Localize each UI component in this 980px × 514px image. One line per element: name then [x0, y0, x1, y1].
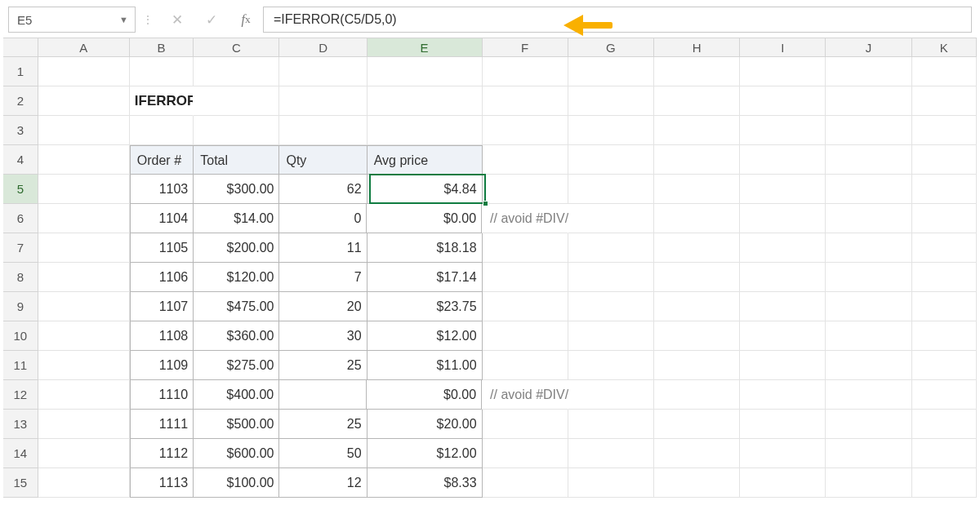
cell-D9[interactable]: 20	[279, 292, 367, 321]
cell-C2[interactable]	[194, 86, 279, 116]
cell-H2[interactable]	[654, 86, 740, 116]
row-header-6[interactable]: 6	[3, 204, 38, 233]
cell-B1[interactable]	[130, 57, 194, 86]
col-header-F[interactable]: F	[483, 38, 568, 56]
col-header-G[interactable]: G	[568, 38, 654, 56]
cell-F6[interactable]: // avoid #DIV/0!	[482, 204, 568, 233]
row-header-1[interactable]: 1	[3, 57, 38, 86]
cell-H7[interactable]	[654, 233, 740, 263]
row-header-7[interactable]: 7	[3, 233, 38, 263]
cell-J9[interactable]	[826, 292, 911, 321]
cell-F14[interactable]	[483, 439, 568, 468]
cell-E15[interactable]: $8.33	[368, 468, 483, 498]
cell-C15[interactable]: $100.00	[194, 468, 279, 498]
cell-I15[interactable]	[740, 468, 826, 498]
cell-H1[interactable]	[654, 57, 740, 86]
cell-E14[interactable]: $12.00	[368, 439, 483, 468]
cell-A2[interactable]	[38, 86, 130, 116]
enter-icon[interactable]: ✓	[194, 7, 229, 33]
cell-G1[interactable]	[568, 57, 654, 86]
cancel-icon[interactable]: ✕	[160, 7, 194, 33]
col-header-E[interactable]: E	[368, 38, 483, 56]
spreadsheet-grid[interactable]: A B C D E F G H I J K 12IFERROR function…	[3, 38, 977, 498]
cell-H10[interactable]	[654, 321, 740, 351]
cell-J14[interactable]	[826, 439, 911, 468]
cell-D1[interactable]	[279, 57, 367, 86]
cell-J7[interactable]	[826, 233, 911, 263]
cell-G2[interactable]	[568, 86, 654, 116]
cell-J11[interactable]	[826, 351, 911, 380]
cell-J8[interactable]	[826, 263, 911, 292]
cell-F10[interactable]	[483, 321, 568, 351]
cell-A12[interactable]	[38, 380, 130, 410]
cell-G8[interactable]	[568, 263, 654, 292]
cell-K3[interactable]	[912, 116, 977, 145]
cell-A7[interactable]	[38, 233, 130, 263]
cell-G6[interactable]	[568, 204, 654, 233]
cell-F15[interactable]	[483, 468, 568, 498]
cell-E12[interactable]: $0.00	[367, 380, 482, 410]
cell-D12[interactable]	[279, 380, 367, 410]
cell-I1[interactable]	[740, 57, 826, 86]
cell-A1[interactable]	[38, 57, 130, 86]
cell-C11[interactable]: $275.00	[194, 351, 279, 380]
cell-F12[interactable]: // avoid #DIV/0!	[482, 380, 568, 410]
cell-H3[interactable]	[654, 116, 740, 145]
cell-A14[interactable]	[38, 439, 130, 468]
cell-I2[interactable]	[740, 86, 826, 116]
cell-C5[interactable]: $300.00	[194, 175, 279, 204]
cell-C3[interactable]	[194, 116, 279, 145]
cell-A4[interactable]	[38, 145, 130, 175]
cell-K13[interactable]	[912, 410, 977, 439]
cell-K6[interactable]	[912, 204, 977, 233]
col-header-K[interactable]: K	[912, 38, 977, 56]
cell-D14[interactable]: 50	[279, 439, 367, 468]
cell-B13[interactable]: 1111	[130, 410, 194, 439]
name-box[interactable]: E5 ▼	[8, 7, 136, 33]
cell-A10[interactable]	[38, 321, 130, 351]
cell-G9[interactable]	[568, 292, 654, 321]
cell-C4[interactable]: Total	[194, 145, 279, 175]
cell-H14[interactable]	[654, 439, 740, 468]
cell-I14[interactable]	[740, 439, 826, 468]
cell-A9[interactable]	[38, 292, 130, 321]
cell-F7[interactable]	[483, 233, 568, 263]
cell-I8[interactable]	[740, 263, 826, 292]
cell-I6[interactable]	[740, 204, 826, 233]
cell-B11[interactable]: 1109	[130, 351, 194, 380]
cell-J12[interactable]	[826, 380, 911, 410]
cell-H4[interactable]	[654, 145, 740, 175]
cell-B10[interactable]: 1108	[130, 321, 194, 351]
col-header-D[interactable]: D	[279, 38, 367, 56]
row-header-15[interactable]: 15	[3, 468, 38, 498]
cell-F4[interactable]	[483, 145, 568, 175]
cell-I3[interactable]	[740, 116, 826, 145]
row-header-5[interactable]: 5	[3, 175, 38, 204]
row-header-2[interactable]: 2	[3, 86, 38, 116]
cell-F9[interactable]	[483, 292, 568, 321]
cell-K9[interactable]	[912, 292, 977, 321]
cell-J10[interactable]	[826, 321, 911, 351]
cell-H9[interactable]	[654, 292, 740, 321]
cell-C13[interactable]: $500.00	[194, 410, 279, 439]
select-all-corner[interactable]	[3, 38, 38, 56]
cell-B2[interactable]: IFERROR function	[130, 86, 194, 116]
cell-A5[interactable]	[38, 175, 130, 204]
cell-K12[interactable]	[912, 380, 977, 410]
cell-H12[interactable]	[654, 380, 740, 410]
cell-I10[interactable]	[740, 321, 826, 351]
cell-A6[interactable]	[38, 204, 130, 233]
col-header-I[interactable]: I	[740, 38, 826, 56]
cell-J4[interactable]	[826, 145, 911, 175]
cell-E10[interactable]: $12.00	[368, 321, 483, 351]
cell-E11[interactable]: $11.00	[368, 351, 483, 380]
cell-E7[interactable]: $18.18	[368, 233, 483, 263]
cell-H8[interactable]	[654, 263, 740, 292]
cell-H11[interactable]	[654, 351, 740, 380]
cell-F11[interactable]	[483, 351, 568, 380]
cell-K10[interactable]	[912, 321, 977, 351]
cell-E1[interactable]	[368, 57, 483, 86]
cell-E2[interactable]	[368, 86, 483, 116]
cell-D4[interactable]: Qty	[279, 145, 367, 175]
cell-D6[interactable]: 0	[279, 204, 367, 233]
